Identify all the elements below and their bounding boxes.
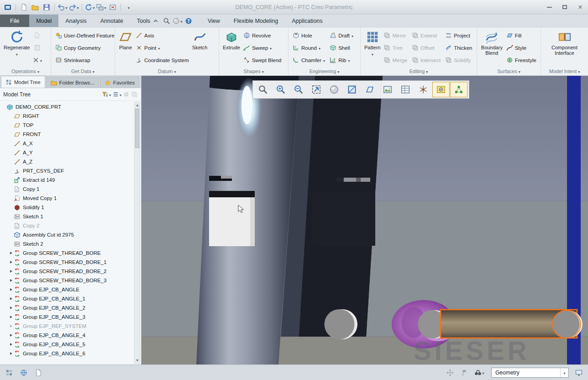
datum-display-filters-button[interactable] [415, 82, 432, 97]
tab-file[interactable]: File [0, 15, 29, 27]
tree-item-group-screw-thread-bore[interactable]: Group SCREW_THREAD_BORE [0, 248, 141, 258]
ribbon-draft[interactable]: Draft [328, 29, 355, 42]
close-window-button[interactable] [107, 2, 118, 13]
scroll-thumb[interactable] [135, 109, 139, 148]
group-label-engineering[interactable]: Engineering [289, 67, 360, 75]
tree-item-a-z[interactable]: A_Z [0, 157, 141, 166]
ribbon-coordinate-system[interactable]: Coordinate System [134, 54, 191, 66]
expand-arrow[interactable] [8, 288, 14, 291]
graphics-area[interactable]: SIESER [142, 76, 588, 364]
tree-item-copy-1[interactable]: Copy 1 [0, 185, 141, 194]
tree-item-copy-2[interactable]: Copy 2 [0, 221, 141, 230]
tab-applications[interactable]: Applications [285, 15, 329, 27]
tree-item-a-x[interactable]: A_X [0, 139, 141, 148]
tree-item-right[interactable]: RIGHT [0, 111, 141, 121]
customize-toolbar-button[interactable] [123, 2, 134, 13]
tree-item-moved-copy-1[interactable]: Moved Copy 1 [0, 194, 141, 203]
tree-scrollbar[interactable] [134, 102, 140, 364]
dark-pocket[interactable] [313, 192, 375, 246]
delete-button[interactable] [31, 54, 43, 66]
expand-arrow[interactable] [8, 306, 14, 309]
ribbon-user-defined-feature[interactable]: User-Defined Feature [53, 29, 116, 42]
save-button[interactable] [41, 2, 52, 13]
tree-item-demo-core-prt[interactable]: DEMO_CORE.PRT [0, 102, 141, 111]
close-button[interactable] [572, 1, 588, 13]
expand-arrow[interactable] [8, 270, 14, 273]
group-label-model-intent[interactable]: Model Intent [541, 67, 588, 75]
nav-tab-favorites[interactable]: Favorites [100, 77, 139, 88]
pin-circle-left[interactable] [325, 309, 358, 339]
expand-arrow[interactable] [8, 316, 14, 318]
nav-tab-folder-brows[interactable]: Folder Brows... [46, 77, 99, 88]
ribbon-copy-geometry[interactable]: Copy Geometry [53, 42, 116, 54]
tree-item-group-ejp-cb-angle-3[interactable]: Group EJP_CB_ANGLE_3 [0, 312, 141, 322]
scroll-down-button[interactable] [135, 358, 140, 363]
selected-cylinder[interactable] [441, 310, 583, 338]
group-label-datum[interactable]: Datum [115, 67, 219, 75]
tree-item-group-ejp-cb-angle-4[interactable]: Group EJP_CB_ANGLE_4 [0, 331, 141, 340]
component-interface-button[interactable]: Component Interface [549, 29, 580, 56]
help-button[interactable] [183, 16, 194, 26]
new-button[interactable] [18, 2, 29, 13]
tab-model[interactable]: Model [29, 15, 58, 27]
tree-item-group-ejp-cb-angle-2[interactable]: Group EJP_CB_ANGLE_2 [0, 303, 141, 312]
perspective-button[interactable] [361, 82, 378, 97]
tree-item-group-screw-thread-bore-3[interactable]: Group SCREW_THREAD_BORE_3 [0, 276, 141, 285]
tab-view[interactable]: View [201, 15, 227, 27]
zoom-region-button[interactable] [254, 82, 272, 97]
appearance-gallery-button[interactable] [379, 82, 396, 97]
ribbon-freestyle[interactable]: Freestyle [504, 54, 538, 66]
ribbon-axis[interactable]: Axis [134, 29, 191, 42]
expand-arrow[interactable] [8, 343, 14, 346]
selection-filter[interactable]: Geometry [491, 368, 569, 378]
regenerate-quick-button[interactable] [84, 2, 95, 13]
undo-button[interactable] [57, 2, 68, 13]
ribbon-sweep[interactable]: Sweep [242, 42, 284, 54]
open-button[interactable] [30, 2, 41, 13]
highlighted-face[interactable] [209, 191, 255, 246]
tree-item-assembly-cut-id-2975[interactable]: Assembly Cut id 2975 [0, 230, 141, 239]
group-label-surfaces[interactable]: Surfaces [477, 67, 541, 75]
plane-button[interactable]: Plane [117, 29, 134, 50]
tree-columns-button[interactable] [112, 90, 121, 99]
minimize-ribbon-button[interactable] [150, 16, 161, 26]
ribbon-fill[interactable]: Fill [504, 29, 538, 42]
tree-item-a-y[interactable]: A_Y [0, 148, 141, 157]
nav-tab-model-tree[interactable]: Model Tree [1, 76, 45, 88]
tree-item-extract-id-149[interactable]: Extract id 149 [0, 175, 141, 185]
ribbon-chamfer[interactable]: Chamfer [291, 54, 327, 66]
shading-style-button[interactable] [326, 82, 343, 97]
ribbon-style[interactable]: Style [504, 42, 538, 54]
expand-arrow[interactable] [8, 352, 14, 355]
tab-tools[interactable]: Tools [130, 15, 201, 27]
tree-item-top[interactable]: TOP [0, 121, 141, 130]
maximize-button[interactable] [557, 1, 572, 13]
ribbon-revolve[interactable]: Revolve [242, 29, 284, 42]
pattern-dropdown[interactable] [372, 51, 373, 57]
view-manager-button[interactable] [397, 82, 414, 97]
regenerate-button[interactable]: Regenerate [2, 29, 31, 57]
pattern-button[interactable]: Pattern [363, 29, 382, 57]
tab-analysis[interactable]: Analysis [58, 15, 94, 27]
tree-item-group-ejp-ref-system[interactable]: Group EJP_REF_SYSTEM [0, 322, 141, 331]
scroll-up-button[interactable] [135, 102, 140, 108]
expand-arrow[interactable] [8, 325, 14, 327]
ribbon-point[interactable]: Point [134, 42, 191, 54]
new-browser-window-button[interactable] [33, 367, 44, 378]
expand-arrow[interactable] [8, 297, 14, 300]
group-label-operations[interactable]: Operations [0, 67, 51, 75]
ribbon-rib[interactable]: Rib [328, 54, 355, 66]
expand-arrow[interactable] [8, 334, 14, 337]
regenerate-dropdown[interactable] [16, 51, 18, 57]
browser-toggle-button[interactable] [18, 367, 29, 378]
tab-annotate[interactable]: Annotate [94, 15, 130, 27]
tree-item-sketch-2[interactable]: Sketch 2 [0, 239, 141, 248]
expand-arrow[interactable] [8, 279, 14, 282]
tree-item-group-screw-thread-bore-1[interactable]: Group SCREW_THREAD_BORE_1 [0, 258, 141, 267]
command-search-button[interactable] [161, 16, 172, 26]
tree-filters-button[interactable] [102, 90, 111, 99]
redo-button[interactable] [68, 2, 79, 13]
tree-item-group-ejp-cb-angle[interactable]: Group EJP_CB_ANGLE [0, 285, 141, 294]
tree-item-solidify-1[interactable]: Solidify 1 [0, 203, 141, 212]
window-switch-button[interactable] [96, 2, 107, 13]
